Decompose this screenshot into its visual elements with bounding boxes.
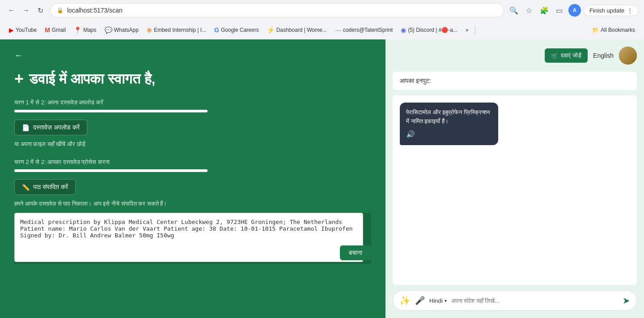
star-icon[interactable]: ☆ (523, 4, 535, 17)
bookmark-coders-label: coders@TalentSprint (343, 27, 393, 33)
avatar-image (619, 47, 637, 64)
maps-icon: 📍 (74, 26, 81, 34)
step1-progress-bar (14, 110, 208, 112)
bookmark-maps-label: Maps (83, 27, 96, 33)
send-icon: ➤ (623, 295, 630, 306)
gmail-icon: M (45, 26, 50, 34)
url-input[interactable] (67, 7, 497, 14)
finish-update-button[interactable]: Finish update ⋮ (584, 5, 639, 16)
address-bar[interactable]: 🔒 (50, 3, 504, 17)
language-selector[interactable]: English (593, 52, 614, 59)
user-avatar (619, 47, 637, 64)
chevron-down-icon: ▾ (445, 298, 447, 303)
add-medicine-label: दवाएं जोड़ें (561, 52, 581, 59)
text-editor-wrapper: Medical prescription by Klippa Medical C… (14, 213, 371, 264)
welcome-text: डवाई में आपका स्वागत है, (29, 71, 155, 87)
language-label: English (593, 52, 614, 59)
coders-icon: — (335, 26, 341, 34)
step2-section: चरण 2 में से 2: आपका दस्तावेज़ प्रोसेस क… (14, 159, 371, 207)
document-textarea[interactable]: Medical prescription by Klippa Medical C… (14, 213, 363, 262)
save-button[interactable]: बचाना (340, 245, 371, 260)
all-bookmarks-btn[interactable]: 📁 All Bookmarks (589, 25, 639, 35)
edit-text-button[interactable]: ✏️ पाठ संपादित करें (14, 179, 76, 195)
step2-progress-bar (14, 169, 208, 172)
edit-icon: ✏️ (22, 184, 30, 191)
sound-icon[interactable]: 🔊 (406, 129, 492, 140)
dashboard-icon: ⚡ (267, 26, 275, 34)
drag-drop-text: या अपना फ़ाइल यहाँ खींचें और छोड़ें (14, 141, 371, 148)
chat-message-bubble: पेरासिटामोल और इबुप्रोफेन प्रिस्क्रिप्शन… (400, 103, 498, 145)
browser-chrome: ← → ↻ 🔒 🔍 ☆ 🧩 ▭ A Finish update ⋮ ▶ YouT… (0, 0, 644, 39)
sparkle-icon[interactable]: ✨ (399, 295, 411, 306)
chat-message-text: पेरासिटामोल और इबुप्रोफेन प्रिस्क्रिप्शन… (406, 109, 490, 125)
upload-icon: 📄 (22, 124, 30, 131)
forward-button[interactable]: → (20, 4, 32, 17)
bookmark-embed[interactable]: ⊕ Embed Internship | I... (143, 25, 210, 35)
bookmark-gmail-label: Gmail (52, 27, 66, 33)
cart-icon: 🛒 (551, 52, 558, 59)
bookmark-dashboard[interactable]: ⚡ Dashboard | Wome... (263, 25, 330, 35)
bookmark-whatsapp-label: WhatsApp (114, 27, 139, 33)
toolbar-actions: 🔍 ☆ 🧩 ▭ A Finish update ⋮ (508, 4, 639, 17)
input-label-text: आपका इनपुट: (400, 77, 431, 84)
google-icon: G (214, 26, 219, 34)
more-bookmarks-btn[interactable]: » (462, 25, 472, 35)
nav-buttons: ← → ↻ (5, 4, 47, 17)
lock-icon: 🔒 (57, 7, 64, 13)
upload-btn-label: दस्तावेज़ अपलोड करें (33, 124, 80, 131)
bookmark-gmail[interactable]: M Gmail (41, 25, 69, 35)
right-header: 🛒 दवाएं जोड़ें English (393, 47, 637, 64)
add-medicine-button[interactable]: 🛒 दवाएं जोड़ें (545, 48, 588, 63)
back-nav-button[interactable]: ← (14, 50, 371, 60)
save-btn-label: बचाना (349, 249, 362, 256)
bookmark-whatsapp[interactable]: 💬 WhatsApp (101, 25, 142, 35)
bookmark-discord[interactable]: ◉ (5) Discord | #🔴-a... (397, 25, 461, 35)
step1-progress-fill (14, 110, 208, 112)
bookmark-maps[interactable]: 📍 Maps (70, 25, 100, 35)
selected-language-label: Hindi (429, 297, 443, 304)
step2-label: चरण 2 में से 2: आपका दस्तावेज़ प्रोसेस क… (14, 159, 371, 166)
bookmark-google-careers[interactable]: G Google Careers (211, 25, 263, 35)
bookmark-youtube[interactable]: ▶ YouTube (5, 25, 40, 35)
chat-input-area: ✨ 🎤 Hindi ▾ ➤ (393, 290, 637, 311)
refresh-button[interactable]: ↻ (34, 4, 47, 17)
welcome-title: + डवाई में आपका स्वागत है, (14, 69, 371, 88)
bookmarks-separator (475, 26, 475, 34)
step1-label: चरण 1 में से 2: अपना दस्तावेज़ अपलोड करे… (14, 99, 371, 106)
bookmarks-bar: ▶ YouTube M Gmail 📍 Maps 💬 WhatsApp ⊕ Em… (0, 21, 644, 39)
chat-message-input[interactable] (451, 297, 618, 304)
search-icon[interactable]: 🔍 (508, 4, 520, 17)
bookmark-youtube-label: YouTube (16, 27, 37, 33)
bookmark-dashboard-label: Dashboard | Wome... (276, 27, 327, 33)
sidebar-icon[interactable]: ▭ (553, 4, 566, 17)
bookmark-coders[interactable]: — coders@TalentSprint (331, 25, 397, 35)
back-arrow-icon: ← (14, 50, 23, 60)
embed-icon: ⊕ (147, 26, 152, 34)
youtube-icon: ▶ (9, 26, 14, 34)
extension-icon[interactable]: 🧩 (538, 4, 551, 17)
bookmarks-folder-icon: 📁 (592, 27, 599, 33)
discord-icon: ◉ (401, 26, 406, 34)
browser-toolbar: ← → ↻ 🔒 🔍 ☆ 🧩 ▭ A Finish update ⋮ (0, 0, 644, 21)
upload-document-button[interactable]: 📄 दस्तावेज़ अपलोड करें (14, 120, 87, 135)
profile-icon[interactable]: A (568, 4, 581, 17)
edit-btn-label: पाठ संपादित करें (33, 183, 68, 191)
left-panel: ← + डवाई में आपका स्वागत है, चरण 1 में स… (0, 39, 386, 318)
bookmark-discord-label: (5) Discord | #🔴-a... (408, 27, 458, 33)
plus-icon: + (14, 69, 24, 88)
bookmark-google-careers-label: Google Careers (221, 27, 259, 33)
right-panel: 🛒 दवाएं जोड़ें English आपका इनपुट: पेरास… (386, 39, 644, 318)
language-dropdown[interactable]: Hindi ▾ (429, 297, 447, 304)
chat-area: पेरासिटामोल और इबुप्रोफेन प्रिस्क्रिप्शन… (393, 95, 637, 285)
menu-dots-icon: ⋮ (627, 7, 633, 14)
bookmark-embed-label: Embed Internship | I... (154, 27, 206, 33)
back-button[interactable]: ← (5, 4, 18, 17)
extracted-text-hint: हमने आपके दस्तावेज़ से पाठ निकाला। आप इस… (14, 200, 371, 207)
finish-update-label: Finish update (589, 7, 624, 14)
chevron-right-icon: » (466, 27, 469, 33)
step2-progress-fill (14, 169, 208, 172)
all-bookmarks-label: All Bookmarks (601, 27, 635, 33)
microphone-icon[interactable]: 🎤 (415, 296, 425, 305)
whatsapp-icon: 💬 (105, 26, 112, 34)
send-button[interactable]: ➤ (623, 295, 630, 306)
